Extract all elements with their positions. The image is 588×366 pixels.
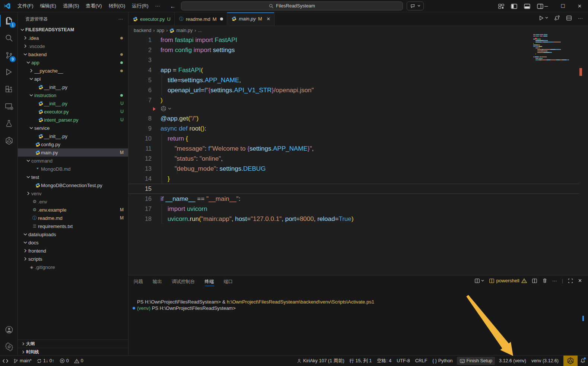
editor-tab[interactable]: executor.pyU <box>128 12 175 26</box>
code-line[interactable]: 7) <box>128 95 588 105</box>
tree-item[interactable]: ⯆MongoDB.md <box>18 165 128 173</box>
activity-search-icon[interactable] <box>0 29 18 46</box>
code-line[interactable]: 14 } <box>128 174 588 184</box>
window-close-button[interactable]: ✕ <box>571 0 588 12</box>
editor-tab[interactable]: ⓘreadme.mdM <box>175 12 228 26</box>
code-line[interactable]: 17 import uvicorn <box>128 204 588 214</box>
breadcrumb-item[interactable]: app <box>156 28 164 33</box>
panel-more-actions[interactable]: ··· <box>552 278 557 283</box>
tree-item[interactable]: app <box>18 58 128 67</box>
tree-item[interactable]: __init__.py <box>18 83 128 91</box>
menu-item[interactable]: 编辑(E) <box>37 2 60 10</box>
tree-item[interactable]: intent_parser.pyU <box>18 116 128 124</box>
tree-item[interactable]: scripts <box>18 255 128 263</box>
kill-terminal-trash-icon[interactable] <box>542 278 547 283</box>
split-terminal-icon[interactable] <box>532 278 537 283</box>
panel-tab-端口[interactable]: 端口 <box>224 276 233 288</box>
tree-item[interactable]: ⚙.env.exampleM <box>18 206 128 214</box>
code-line[interactable]: 6 openapi_url=f"{settings.API_V1_STR}/op… <box>128 85 588 95</box>
tree-item[interactable]: service <box>18 124 128 132</box>
panel-tab-调试控制台[interactable]: 调试控制台 <box>172 276 195 288</box>
explorer-more-actions[interactable]: ··· <box>118 16 123 22</box>
tree-item[interactable]: ☰requirements.txt <box>18 222 128 230</box>
tree-item[interactable]: MongoDBConnectionTest.py <box>18 181 128 189</box>
status-person[interactable]: KiriAky 107 (1 周前) <box>294 357 347 365</box>
editor-tab[interactable]: main.pyM✕ <box>227 12 274 26</box>
status-error[interactable]: 0 <box>57 357 71 365</box>
command-decoration[interactable] <box>133 307 135 309</box>
menu-item[interactable]: 选择(S) <box>60 2 82 10</box>
tab-close-icon[interactable]: ✕ <box>267 16 270 22</box>
status-braces[interactable]: { }Python <box>430 357 455 365</box>
tree-item[interactable]: test <box>18 173 128 181</box>
timeline-section[interactable]: 时间线 <box>18 348 128 355</box>
code-line[interactable]: 9async def root(): <box>128 123 588 134</box>
status-remote[interactable] <box>0 357 11 365</box>
status-sync[interactable]: 1↓ 0↑ <box>34 357 57 365</box>
code-line[interactable]: 3 <box>128 55 588 65</box>
panel-tab-终端[interactable]: 终端 <box>205 276 214 288</box>
panel-tab-输出[interactable]: 输出 <box>153 276 162 288</box>
code-line[interactable]: 2from config import settings <box>128 45 588 55</box>
status-bell[interactable] <box>578 357 588 365</box>
nav-back-icon[interactable]: ← <box>170 3 175 9</box>
status-CRLF[interactable]: CRLF <box>413 357 430 365</box>
split-editor-icon[interactable] <box>566 15 572 21</box>
status-3.12.6 (venv)[interactable]: 3.12.6 (venv) <box>496 357 529 365</box>
activity-source-control-icon[interactable]: 9 <box>0 46 18 64</box>
tree-item[interactable]: frontend <box>18 247 128 255</box>
activity-hexagon-extension-icon[interactable] <box>0 132 18 149</box>
menu-item[interactable]: ··· <box>152 2 163 10</box>
status-行 15, 列 1[interactable]: 行 15, 列 1 <box>347 357 375 365</box>
status-hexgold[interactable] <box>563 356 578 366</box>
menu-item[interactable]: 运行(R) <box>128 2 152 10</box>
tree-item[interactable]: ⚙.env <box>18 198 128 206</box>
code-line[interactable]: 5 title=settings.APP_NAME, <box>128 75 588 85</box>
status-UTF-8[interactable]: UTF-8 <box>394 357 412 365</box>
tree-item[interactable]: api <box>18 75 128 83</box>
code-line[interactable]: 1from fastapi import FastAPI <box>128 35 588 45</box>
activity-run-debug-icon[interactable] <box>0 64 18 81</box>
tree-item[interactable]: ◈.gitignore <box>18 263 128 271</box>
ai-codelens-icon[interactable] <box>160 106 171 112</box>
activity-account-icon[interactable] <box>0 321 18 338</box>
close-panel-icon[interactable]: ✕ <box>578 278 582 283</box>
status-空格: 4[interactable]: 空格: 4 <box>374 357 394 365</box>
code-line[interactable]: 8@app.get("/") <box>128 113 588 123</box>
tree-item[interactable]: __init__.pyU <box>18 99 128 107</box>
terminal-output[interactable]: PS H:\OwnProject\FilesReadSysteam> & h:\… <box>137 299 374 311</box>
run-python-file-button[interactable] <box>538 15 548 21</box>
breadcrumb-item[interactable]: ... <box>198 28 201 33</box>
menu-item[interactable]: 转到(G) <box>105 2 129 10</box>
code-line[interactable]: 11 "message": f"Welcome to {settings.APP… <box>128 144 588 154</box>
tree-item[interactable]: docs <box>18 238 128 247</box>
outline-section[interactable]: 大纲 <box>18 340 128 348</box>
status-branch[interactable]: main* <box>11 357 34 365</box>
tree-item[interactable]: __init__.py <box>18 132 128 140</box>
menu-item[interactable]: 查看(V) <box>82 2 105 10</box>
launch-profile-button[interactable] <box>474 278 484 283</box>
tree-item[interactable]: command <box>18 157 128 165</box>
customize-layout-icon[interactable] <box>498 3 504 9</box>
tree-root-folder[interactable]: FILESREADSYSTEAM <box>18 26 128 34</box>
toggle-primary-sidebar-icon[interactable] <box>511 3 517 9</box>
tree-item[interactable]: executor.pyU <box>18 107 128 116</box>
code-line[interactable]: 12 "status": "online", <box>128 154 588 164</box>
window-minimize-button[interactable]: ─ <box>538 0 554 12</box>
editor-more-actions[interactable]: ··· <box>578 15 583 21</box>
activity-remote-explorer-icon[interactable] <box>0 98 18 115</box>
tree-item[interactable]: backend <box>18 50 128 58</box>
code-line[interactable]: 10 return { <box>128 134 588 144</box>
tree-item[interactable]: .idea <box>18 34 128 42</box>
tree-item[interactable]: venv <box>18 189 128 198</box>
code-line[interactable]: 13 "debug_mode": settings.DEBUG <box>128 164 588 174</box>
panel-tab-问题[interactable]: 问题 <box>134 276 143 288</box>
activity-settings-icon[interactable] <box>0 338 18 355</box>
tree-item[interactable]: ⓘreadme.mdM <box>18 214 128 222</box>
minimap[interactable] <box>533 34 575 79</box>
status-venv (3.12.6)[interactable]: venv (3.12.6) <box>529 357 561 365</box>
tree-item[interactable]: instruction <box>18 91 128 99</box>
code-line[interactable]: 4app = FastAPI( <box>128 65 588 75</box>
open-changes-icon[interactable] <box>554 15 560 21</box>
maximize-panel-icon[interactable] <box>568 278 573 283</box>
